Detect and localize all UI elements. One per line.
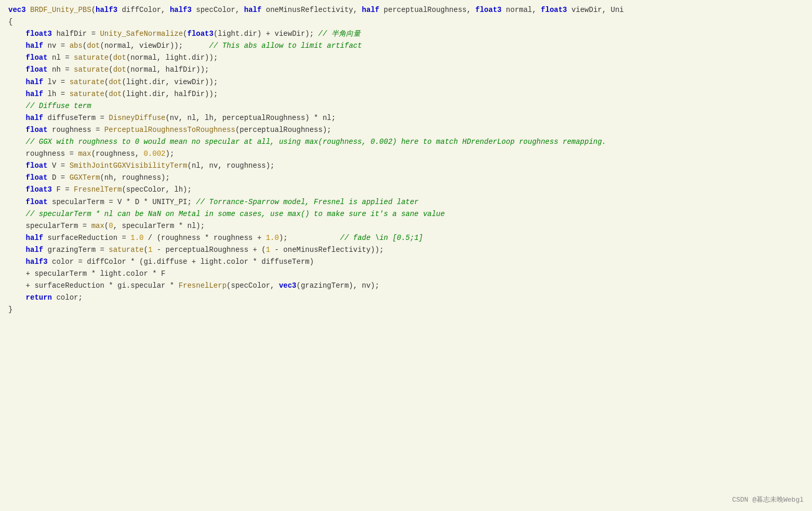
code-line-24: // specularTerm * nl can be NaN on Metal… xyxy=(8,208,804,220)
code-line-25: specularTerm = max(0, specularTerm * nl)… xyxy=(8,220,804,232)
code-line-11: half lh = saturate(dot(light.dir, halfDi… xyxy=(8,88,804,100)
code-line-8: float nh = saturate(dot(normal, halfDir)… xyxy=(8,64,804,76)
code-line-28: half grazingTerm = saturate(1 - perceptu… xyxy=(8,244,804,256)
code-line-17: // GGX with roughness to 0 would mean no… xyxy=(8,136,804,148)
code-line-31: + specularTerm * light.color * F xyxy=(8,268,804,280)
code-line-21: float3 F = FresnelTerm(specColor, lh); xyxy=(8,184,804,196)
code-line-26: half surfaceReduction = 1.0 / (roughness… xyxy=(8,232,804,244)
code-line-10: half lv = saturate(dot(light.dir, viewDi… xyxy=(8,76,804,88)
code-line-3: float3 halfDir = Unity_SafeNormalize(flo… xyxy=(8,28,804,40)
code-line-20: float D = GGXTerm(nh, roughness); xyxy=(8,172,804,184)
code-line-18: roughness = max(roughness, 0.002); xyxy=(8,148,804,160)
code-line-14: half diffuseTerm = DisneyDiffuse(nv, nl,… xyxy=(8,112,804,124)
code-line-5: half nv = abs(dot(normal, viewDir)); // … xyxy=(8,40,804,52)
footer-text: CSDN @暮志未晚Webgl xyxy=(732,495,804,506)
code-line-7: float nl = saturate(dot(normal, light.di… xyxy=(8,52,804,64)
code-line-36: } xyxy=(8,304,804,316)
code-container: vec3 BRDF_Unity_PBS(half3 diffColor, hal… xyxy=(0,0,812,511)
code-line-13: // Diffuse term xyxy=(8,100,804,112)
code-line-32: + surfaceReduction * gi.specular * Fresn… xyxy=(8,280,804,292)
code-line-1: vec3 BRDF_Unity_PBS(half3 diffColor, hal… xyxy=(8,4,804,16)
code-line-30: half3 color = diffColor * (gi.diffuse + … xyxy=(8,256,804,268)
code-line-16: float roughness = PerceptualRoughnessToR… xyxy=(8,124,804,136)
code-line-34: return color; xyxy=(8,292,804,304)
code-line-23: float specularTerm = V * D * UNITY_PI; /… xyxy=(8,196,804,208)
code-line-19: float V = SmithJointGGXVisibilityTerm(nl… xyxy=(8,160,804,172)
code-line-2: { xyxy=(8,16,804,28)
